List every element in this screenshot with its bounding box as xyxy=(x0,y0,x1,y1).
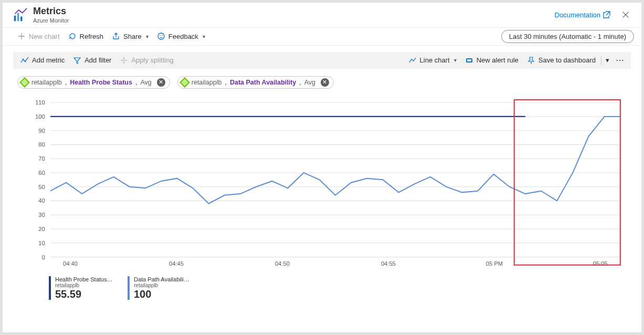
chevron-down-icon: ▾ xyxy=(146,34,149,39)
separator xyxy=(601,56,601,65)
resource-diamond-icon xyxy=(180,77,190,88)
svg-text:05:05: 05:05 xyxy=(593,260,608,266)
svg-text:60: 60 xyxy=(38,170,45,176)
plus-icon xyxy=(17,32,26,40)
svg-point-7 xyxy=(25,60,26,62)
new-alert-rule-button[interactable]: New alert rule xyxy=(461,54,523,67)
chart-type-dropdown[interactable]: Line chart ▾ xyxy=(404,54,461,67)
pin-icon xyxy=(527,56,535,65)
remove-pill-icon[interactable]: ✕ xyxy=(157,78,165,87)
refresh-icon xyxy=(68,32,77,40)
legend-item[interactable]: Health Probe Status … retailapplb 55.59 xyxy=(49,276,113,300)
svg-text:05 PM: 05 PM xyxy=(486,260,503,266)
split-icon xyxy=(120,56,128,65)
legend-item[interactable]: Data Path Availabili… retailapplb 100 xyxy=(128,276,189,300)
feedback-icon xyxy=(157,32,165,40)
svg-point-3 xyxy=(158,33,164,39)
svg-text:20: 20 xyxy=(38,226,45,232)
svg-text:04:50: 04:50 xyxy=(275,260,290,266)
svg-rect-9 xyxy=(467,59,471,61)
svg-point-6 xyxy=(23,58,24,60)
share-button[interactable]: Share ▾ xyxy=(108,30,153,43)
page-title: Metrics xyxy=(33,6,69,17)
feedback-button[interactable]: Feedback ▾ xyxy=(153,30,209,43)
add-metric-button[interactable]: Add metric xyxy=(16,54,69,67)
alert-icon xyxy=(465,56,473,65)
svg-text:04:45: 04:45 xyxy=(169,260,184,266)
remove-pill-icon[interactable]: ✕ xyxy=(321,78,329,87)
new-chart-button[interactable]: New chart xyxy=(13,30,64,43)
svg-text:50: 50 xyxy=(38,184,45,190)
documentation-link[interactable]: Documentation xyxy=(555,11,611,19)
svg-text:100: 100 xyxy=(35,113,45,120)
svg-rect-0 xyxy=(14,16,16,22)
resource-diamond-icon xyxy=(19,77,30,88)
svg-text:04:40: 04:40 xyxy=(63,260,78,266)
more-options-button[interactable]: ⋯ xyxy=(613,55,628,65)
panel-header: Metrics Azure Monitor Documentation xyxy=(3,3,641,28)
svg-rect-2 xyxy=(20,17,23,22)
add-metric-icon xyxy=(20,56,29,65)
external-link-icon xyxy=(603,11,611,19)
metric-pills: retailapplb, Health Probe Status, Avg ✕ … xyxy=(13,69,631,92)
svg-point-4 xyxy=(160,35,161,36)
filter-icon xyxy=(73,56,81,65)
metric-pill[interactable]: retailapplb, Data Path Availability, Avg… xyxy=(177,76,334,89)
metrics-logo-icon xyxy=(13,7,28,22)
svg-text:110: 110 xyxy=(35,99,45,106)
metrics-panel: Metrics Azure Monitor Documentation New … xyxy=(0,0,644,335)
refresh-button[interactable]: Refresh xyxy=(64,30,108,43)
main-toolbar: New chart Refresh Share ▾ Feedback ▾ Las… xyxy=(3,28,641,46)
svg-text:40: 40 xyxy=(38,197,45,204)
line-chart-icon xyxy=(408,56,417,65)
svg-rect-1 xyxy=(17,13,19,22)
chart-area: 010203040506070809010011004:4004:4504:50… xyxy=(13,92,631,326)
svg-text:80: 80 xyxy=(38,141,45,148)
close-button[interactable] xyxy=(617,6,634,23)
time-range-picker[interactable]: Last 30 minutes (Automatic - 1 minute) xyxy=(501,30,634,43)
svg-text:90: 90 xyxy=(38,128,45,134)
svg-point-5 xyxy=(162,35,163,36)
page-subtitle: Azure Monitor xyxy=(33,17,69,24)
save-dropdown-chevron[interactable]: ▾ xyxy=(603,56,613,64)
metric-pill[interactable]: retailapplb, Health Probe Status, Avg ✕ xyxy=(17,76,170,89)
chart-toolbar: Add metric Add filter Apply splitting Li… xyxy=(13,52,631,69)
save-to-dashboard-button[interactable]: Save to dashboard xyxy=(523,54,600,67)
svg-text:30: 30 xyxy=(38,212,45,218)
chevron-down-icon: ▾ xyxy=(454,57,457,63)
share-icon xyxy=(112,32,120,40)
chart-card: Add metric Add filter Apply splitting Li… xyxy=(3,46,641,332)
apply-splitting-button[interactable]: Apply splitting xyxy=(115,54,177,67)
line-chart[interactable]: 010203040506070809010011004:4004:4504:50… xyxy=(18,97,626,273)
add-filter-button[interactable]: Add filter xyxy=(69,54,115,67)
svg-text:70: 70 xyxy=(38,155,45,162)
svg-text:04:55: 04:55 xyxy=(381,260,396,266)
svg-text:10: 10 xyxy=(38,240,45,246)
svg-text:0: 0 xyxy=(42,254,45,260)
chevron-down-icon: ▾ xyxy=(203,34,205,39)
chart-legend: Health Probe Status … retailapplb 55.59 … xyxy=(18,273,626,300)
